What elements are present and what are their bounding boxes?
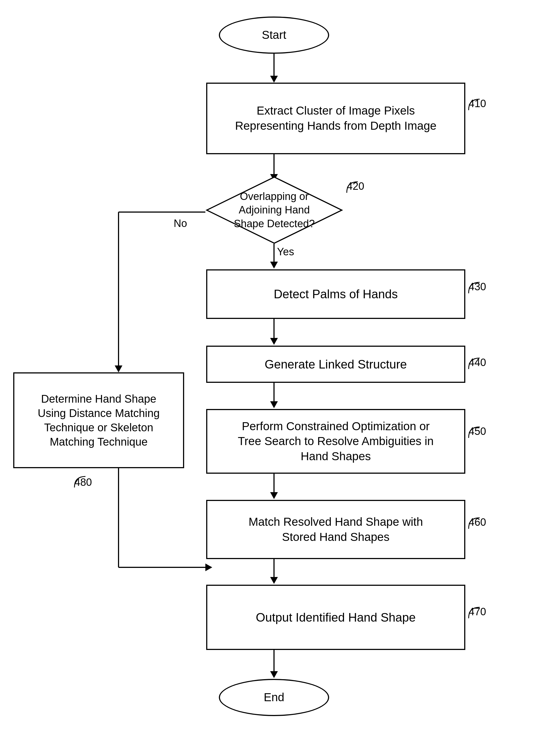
svg-marker-1: [270, 76, 278, 83]
step-420-label: Overlapping orAdjoining HandShape Detect…: [212, 190, 337, 231]
svg-marker-21: [270, 671, 278, 678]
end-node: End: [219, 679, 329, 716]
start-node: Start: [219, 17, 329, 54]
svg-marker-12: [270, 401, 278, 408]
svg-marker-10: [270, 338, 278, 345]
step-430-node: Detect Palms of Hands: [206, 269, 465, 319]
step-440-label: Generate Linked Structure: [264, 356, 407, 372]
no-label: No: [174, 218, 187, 229]
yes-label: Yes: [277, 246, 294, 258]
step-470-node: Output Identified Hand Shape: [206, 585, 465, 650]
step-430-label: Detect Palms of Hands: [274, 286, 398, 302]
svg-marker-14: [270, 492, 278, 499]
step-450-label: Perform Constrained Optimization orTree …: [238, 419, 434, 464]
step-440-node: Generate Linked Structure: [206, 346, 465, 383]
svg-marker-8: [115, 365, 122, 372]
step-460-node: Match Resolved Hand Shape withStored Han…: [206, 500, 465, 559]
step-410-node: Extract Cluster of Image PixelsRepresent…: [206, 83, 465, 154]
svg-marker-19: [270, 577, 278, 584]
svg-marker-5: [270, 262, 278, 269]
step-450-node: Perform Constrained Optimization orTree …: [206, 409, 465, 474]
step-480-label: Determine Hand ShapeUsing Distance Match…: [38, 392, 160, 449]
step-480-node: Determine Hand ShapeUsing Distance Match…: [13, 372, 184, 468]
flowchart-diagram: Start Extract Cluster of Image PixelsRep…: [0, 0, 548, 756]
svg-marker-17: [205, 563, 212, 571]
step-460-label: Match Resolved Hand Shape withStored Han…: [248, 514, 423, 544]
step-470-label: Output Identified Hand Shape: [256, 609, 416, 625]
step-420-node: Overlapping orAdjoining HandShape Detect…: [205, 176, 343, 245]
step-410-label: Extract Cluster of Image PixelsRepresent…: [235, 103, 437, 133]
